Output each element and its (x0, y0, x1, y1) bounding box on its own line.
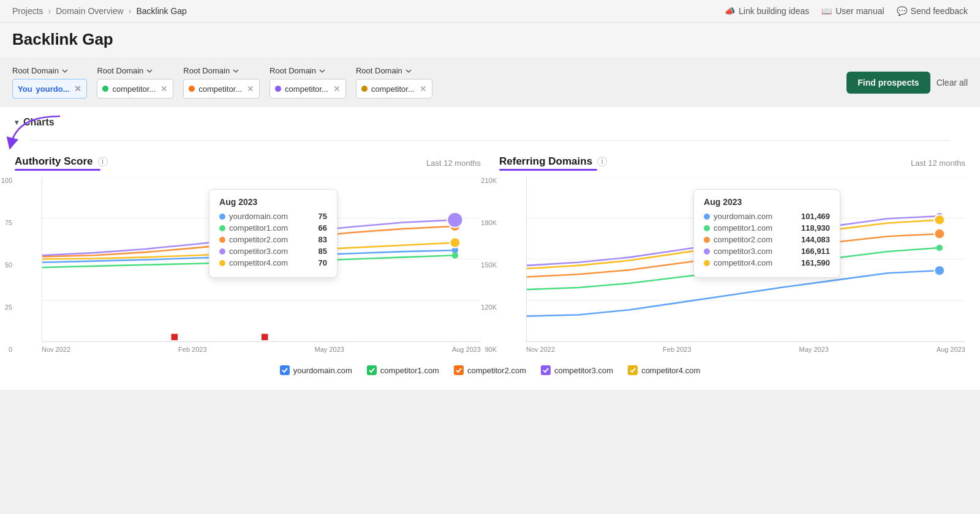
legend-label-3: competitor3.com (554, 366, 613, 375)
domain-label-1[interactable]: Root Domain (97, 66, 173, 75)
chart1-container: Authority Score i Last 12 months 100 75 … (15, 155, 481, 353)
tooltip1-row-0: yourdomain.com 75 (219, 212, 327, 221)
domain-label-text-0: Root Domain (12, 66, 59, 75)
chart2-period: Last 12 months (911, 158, 965, 168)
chip-close-3[interactable]: ✕ (333, 84, 341, 93)
legend-label-2: competitor2.com (467, 366, 526, 375)
tooltip2-domain-3: competitor3.com (704, 247, 772, 256)
chip-value-3: competitor... (285, 84, 328, 94)
chart1-underline (15, 169, 100, 171)
chart2-container: Referring Domains i Last 12 months 210K … (499, 155, 965, 353)
domain-label-0[interactable]: Root Domain (12, 66, 87, 75)
domain-label-text-2: Root Domain (183, 66, 230, 75)
top-bar: Projects › Domain Overview › Backlink Ga… (0, 0, 980, 23)
tooltip1-row-4: competitor4.com 70 (219, 258, 327, 267)
clear-all-button[interactable]: Clear all (937, 72, 968, 94)
chart2-title: Referring Domains (499, 155, 592, 168)
chart1-area-wrapper: 100 75 50 25 0 (15, 177, 481, 353)
chip-close-0[interactable]: ✕ (74, 84, 81, 93)
chart2-x-axis: Nov 2022 Feb 2023 May 2023 Aug 2023 (526, 342, 965, 353)
legend-item-3[interactable]: competitor3.com (541, 365, 613, 375)
tooltip2-row-4: competitor4.com 161,590 (704, 258, 830, 267)
domain-label-4[interactable]: Root Domain (356, 66, 432, 75)
tooltip2-date: Aug 2023 (704, 197, 830, 207)
you-domain-text: yourdо... (36, 84, 70, 94)
chart2-header: Referring Domains i Last 12 months (499, 155, 965, 171)
tooltip2-row-0: yourdomain.com 101,469 (704, 212, 830, 221)
svg-point-17 (934, 266, 944, 276)
chart1-y-axis: 100 75 50 25 0 (0, 177, 12, 353)
chart1-y-100: 100 (0, 177, 12, 184)
legend-check-0 (280, 365, 290, 375)
chevron-down-icon-3 (318, 67, 326, 75)
tooltip2-dot-4 (704, 260, 710, 266)
svg-point-21 (934, 215, 944, 225)
chip-value-4: competitor... (371, 84, 415, 94)
chart2-area: Aug 2023 yourdomain.com 101,469 (526, 177, 965, 342)
chart2-area-wrapper: 210K 180K 150K 120K 90K (499, 177, 965, 353)
chart2-x-aug: Aug 2023 (937, 346, 965, 353)
domain-label-3[interactable]: Root Domain (270, 66, 346, 75)
link-building-ideas-label: Link building ideas (739, 6, 809, 16)
legend-check-2 (454, 365, 464, 375)
chevron-down-icon-0 (61, 67, 69, 75)
tooltip1-domain-2: competitor2.com (219, 235, 288, 244)
domain-label-2[interactable]: Root Domain (183, 66, 260, 75)
send-feedback-link[interactable]: 💬 Send feedback (897, 6, 968, 16)
legend-item-1[interactable]: competitor1.com (367, 365, 439, 375)
charts-header[interactable]: ▾ Charts (15, 117, 965, 128)
link-building-ideas-link[interactable]: 📣 Link building ideas (725, 6, 809, 16)
legend-label-0: yourdomain.com (293, 366, 352, 375)
find-prospects-button[interactable]: Find prospects (846, 72, 930, 94)
check-icon-3 (543, 367, 549, 373)
breadcrumb-domain-overview[interactable]: Domain Overview (56, 6, 123, 16)
tooltip2-row-2: competitor2.com 144,083 (704, 235, 830, 244)
chip-close-4[interactable]: ✕ (420, 84, 427, 93)
breadcrumb-sep1: › (48, 6, 51, 16)
legend-item-0[interactable]: yourdomain.com (280, 365, 352, 375)
domain-chip-1: competitor... ✕ (97, 79, 173, 99)
breadcrumb-projects[interactable]: Projects (12, 6, 43, 16)
domain-group-0: Root Domain You yourdо... ✕ (12, 66, 87, 99)
legend-check-4 (628, 365, 638, 375)
svg-point-18 (937, 245, 943, 251)
legend-label-1: competitor1.com (380, 366, 439, 375)
chevron-down-charts-icon: ▾ (15, 118, 18, 127)
domain-chip-2: competitor... ✕ (183, 79, 260, 99)
chip-dot-3 (275, 86, 281, 92)
domain-group-4: Root Domain competitor... ✕ (356, 66, 432, 99)
svg-rect-6 (262, 334, 268, 340)
charts-sep (29, 140, 951, 141)
legend-item-4[interactable]: competitor4.com (628, 365, 700, 375)
chart2-y-90k: 90K (473, 346, 497, 353)
svg-point-8 (452, 252, 459, 258)
breadcrumb-current: Backlink Gap (136, 6, 186, 16)
chart2-info-icon[interactable]: i (597, 157, 607, 166)
chart2-underline (499, 169, 597, 171)
chip-close-1[interactable]: ✕ (160, 84, 168, 93)
user-manual-link[interactable]: 📖 User manual (821, 6, 884, 16)
tooltip2-dot-1 (704, 225, 710, 231)
chip-dot-4 (361, 86, 368, 92)
tooltip2-row-3: competitor3.com 166,911 (704, 247, 830, 256)
chip-close-2[interactable]: ✕ (247, 84, 254, 93)
check-icon-0 (282, 367, 288, 373)
legend-item-2[interactable]: competitor2.com (454, 365, 526, 375)
tooltip2-row-1: competitor1.com 118,930 (704, 223, 830, 233)
tooltip1-row-2: competitor2.com 83 (219, 235, 327, 244)
chart1-area: Aug 2023 yourdomain.com 75 (42, 177, 481, 342)
tooltip1-domain-1: competitor1.com (219, 223, 288, 233)
domain-row: Root Domain You yourdо... ✕ Root Domain … (0, 58, 980, 107)
chart2-x-may: May 2023 (799, 346, 829, 353)
tooltip1-domain-0: yourdomain.com (219, 212, 288, 221)
charts-grid: Authority Score i Last 12 months 100 75 … (15, 155, 965, 353)
send-feedback-label: Send feedback (911, 6, 968, 16)
chart2-y-120k: 120K (473, 304, 497, 311)
chart2-y-axis: 210K 180K 150K 120K 90K (473, 177, 497, 353)
chart1-info-icon[interactable]: i (98, 157, 108, 166)
charts-title: Charts (23, 117, 55, 128)
check-icon-4 (630, 367, 636, 373)
chart1-period: Last 12 months (426, 158, 481, 168)
domain-label-text-3: Root Domain (270, 66, 316, 75)
tooltip1-val-1: 66 (318, 223, 327, 233)
